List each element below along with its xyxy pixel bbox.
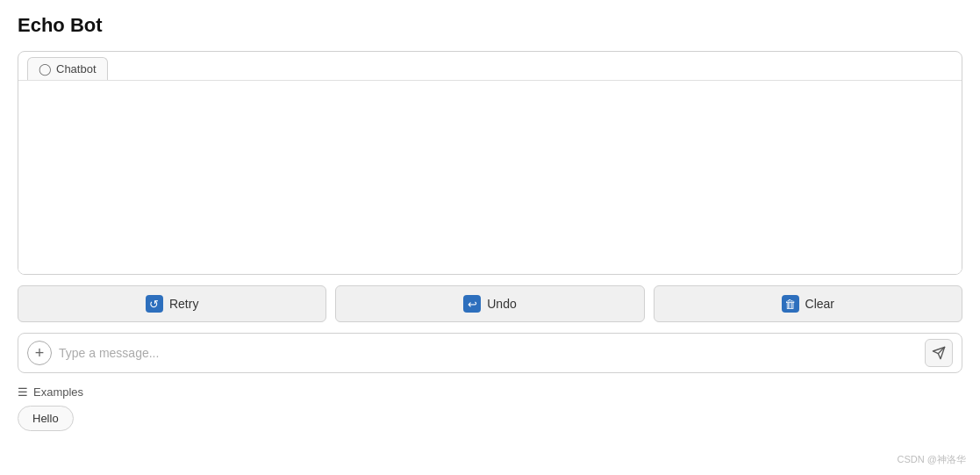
- examples-label: ☰ Examples: [18, 385, 962, 399]
- chatbot-tab-label: Chatbot: [56, 62, 97, 76]
- chat-container: ◯ Chatbot: [18, 51, 962, 275]
- retry-icon: ↺: [146, 295, 163, 313]
- clear-button[interactable]: 🗑 Clear: [654, 285, 962, 322]
- retry-button[interactable]: ↺ Retry: [18, 285, 326, 322]
- message-input-row: +: [18, 333, 962, 373]
- undo-button[interactable]: ↩ Undo: [335, 285, 644, 322]
- examples-label-text: Examples: [33, 385, 83, 399]
- chatbot-tab-icon: ◯: [39, 62, 52, 76]
- example-chips-row: Hello: [18, 406, 962, 431]
- retry-label: Retry: [169, 297, 198, 311]
- example-chip-hello[interactable]: Hello: [18, 406, 74, 431]
- lines-icon: ☰: [18, 385, 28, 399]
- chatbot-tab[interactable]: ◯ Chatbot: [27, 57, 108, 80]
- examples-section: ☰ Examples Hello: [18, 385, 962, 431]
- action-buttons-row: ↺ Retry ↩ Undo 🗑 Clear: [18, 285, 962, 322]
- message-input[interactable]: [59, 346, 918, 360]
- page-title: Echo Bot: [18, 14, 962, 37]
- clear-icon: 🗑: [782, 295, 799, 313]
- send-button[interactable]: [925, 339, 953, 367]
- watermark: CSDN @神洛华: [898, 453, 966, 466]
- chat-messages-area: [18, 81, 962, 274]
- chat-tab-bar: ◯ Chatbot: [18, 52, 962, 81]
- undo-icon: ↩: [463, 295, 481, 313]
- undo-label: Undo: [487, 297, 516, 311]
- send-icon: [932, 346, 946, 360]
- add-attachment-button[interactable]: +: [27, 341, 52, 365]
- clear-label: Clear: [805, 297, 834, 311]
